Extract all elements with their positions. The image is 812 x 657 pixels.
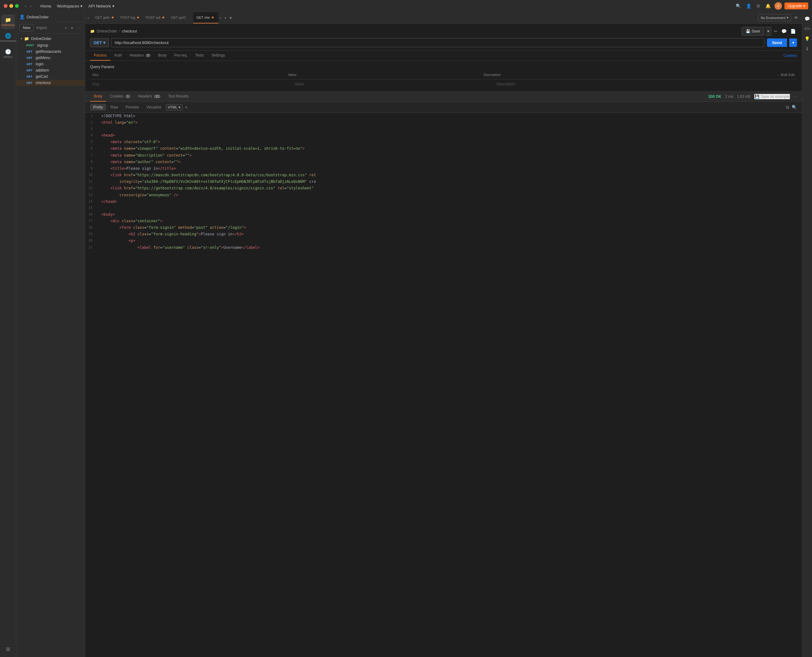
send-dropdown-btn[interactable]: ▾ bbox=[790, 39, 797, 47]
code-line: 21 <label for="username" class="sr-only"… bbox=[85, 244, 802, 251]
req-tab-params[interactable]: Params bbox=[90, 51, 111, 61]
format-lines-btn[interactable]: ≡ bbox=[184, 104, 189, 111]
response-area: Body Cookies 1 Headers 11 Test Results 2… bbox=[85, 91, 802, 657]
workspaces-nav[interactable]: Workspaces ▾ bbox=[55, 3, 85, 10]
req-tab-auth[interactable]: Auth bbox=[111, 51, 126, 61]
comment-icon-btn[interactable]: 💬 bbox=[780, 28, 788, 35]
sidebar-item-history[interactable]: 🕐 History bbox=[1, 46, 15, 61]
back-arrow[interactable]: ‹ bbox=[24, 3, 28, 9]
search-code-btn[interactable]: 🔍 bbox=[792, 105, 797, 110]
more-actions-btn[interactable]: ··· bbox=[76, 25, 82, 31]
line-content: <div class="container"> bbox=[96, 218, 802, 224]
code-line: 13 crossorigin="anonymous" /> bbox=[85, 192, 802, 198]
tab-checkout[interactable]: GET che bbox=[193, 12, 218, 23]
res-tab-body[interactable]: Body bbox=[90, 92, 106, 101]
line-number: 4 bbox=[85, 132, 96, 138]
right-send-icon-btn[interactable]: 💬 bbox=[803, 14, 812, 23]
tab-geth[interactable]: GET geth bbox=[92, 12, 117, 23]
avatar-button[interactable]: O bbox=[775, 2, 782, 10]
endpoint-getmenu[interactable]: GET getMenu bbox=[16, 55, 85, 61]
save-label: Save bbox=[752, 29, 760, 33]
pretty-label: Pretty bbox=[93, 105, 103, 109]
minimize-traffic-light[interactable] bbox=[9, 4, 13, 8]
req-tab-settings[interactable]: Settings bbox=[208, 51, 229, 61]
docs-icon-btn[interactable]: 📄 bbox=[789, 28, 797, 35]
req-tab-tests[interactable]: Tests bbox=[191, 51, 208, 61]
sidebar-item-environments[interactable]: 🌐 Environments bbox=[1, 30, 15, 45]
req-tab-headers[interactable]: Headers 7 bbox=[126, 51, 154, 61]
save-button[interactable]: 💾 Save bbox=[742, 27, 764, 36]
line-content: <h2 class="form-signin-heading">Please s… bbox=[96, 231, 802, 237]
endpoint-additem[interactable]: GET additem bbox=[16, 67, 85, 73]
api-network-nav[interactable]: API Network ▾ bbox=[86, 3, 117, 10]
endpoint-getrestaurants[interactable]: GET getRestaurants bbox=[16, 48, 85, 55]
settings-button[interactable]: ⚙ bbox=[755, 2, 762, 10]
tab-next-btn[interactable]: › bbox=[219, 14, 223, 22]
req-tab-body[interactable]: Body bbox=[154, 51, 170, 61]
invite-button[interactable]: 👤 bbox=[745, 2, 753, 10]
maximize-traffic-light[interactable] bbox=[15, 4, 19, 8]
right-info-icon-btn[interactable]: ℹ bbox=[804, 44, 810, 53]
import-button[interactable]: Import bbox=[36, 26, 47, 30]
sidebar-item-add[interactable]: ⊞ bbox=[1, 643, 15, 654]
tab-postlog[interactable]: POST log bbox=[117, 12, 142, 23]
edit-icon-btn[interactable]: ✏ bbox=[773, 28, 779, 35]
add-tab-btn[interactable]: + bbox=[223, 14, 228, 22]
sidebar-item-collections[interactable]: 📁 Collections bbox=[1, 14, 15, 29]
line-number: 5 bbox=[85, 139, 96, 145]
method-select[interactable]: GET ▾ bbox=[90, 38, 109, 47]
send-button[interactable]: Send bbox=[767, 39, 787, 47]
titlebar-right: 🔍 👤 ⚙ 🔔 O Upgrade ▾ bbox=[734, 2, 808, 10]
code-view-tab-preview[interactable]: Preview bbox=[122, 104, 142, 111]
res-tab-testresults[interactable]: Test Results bbox=[164, 92, 192, 101]
filter-btn[interactable]: ≡ bbox=[70, 25, 75, 31]
env-settings-btn[interactable]: 👁 bbox=[793, 14, 800, 22]
res-tab-cookies[interactable]: Cookies 1 bbox=[106, 92, 134, 101]
endpoint-signup[interactable]: POST signup bbox=[16, 42, 85, 48]
right-code-icon-btn[interactable]: </> bbox=[802, 24, 812, 33]
param-value-input[interactable] bbox=[292, 81, 494, 87]
res-tab-cookies-badge: 1 bbox=[125, 95, 130, 98]
endpoint-name-checkout: checkout bbox=[36, 81, 51, 85]
res-tab-headers[interactable]: Headers 11 bbox=[134, 92, 164, 101]
home-nav[interactable]: Home bbox=[38, 3, 54, 10]
endpoint-checkout[interactable]: GET checkout bbox=[16, 80, 85, 86]
history-icon: 🕐 bbox=[5, 49, 11, 55]
endpoint-name-signup: signup bbox=[37, 43, 48, 48]
collection-online-order[interactable]: ▾ 📁 OnlineOrder bbox=[16, 35, 85, 42]
code-view-tab-visualize[interactable]: Visualize bbox=[143, 104, 164, 111]
endpoint-name-login: login bbox=[36, 62, 44, 66]
upgrade-button[interactable]: Upgrade ▾ bbox=[784, 3, 808, 9]
endpoint-login[interactable]: GET login bbox=[16, 61, 85, 67]
url-input[interactable] bbox=[111, 38, 764, 47]
tab-postadi[interactable]: POST adi bbox=[143, 12, 168, 23]
code-view-tab-raw[interactable]: Raw bbox=[107, 104, 121, 111]
code-line: 15 bbox=[85, 205, 802, 211]
req-tab-prereq[interactable]: Pre-req. bbox=[170, 51, 191, 61]
tab-prev-btn[interactable]: ‹ bbox=[86, 14, 91, 22]
forward-arrow[interactable]: › bbox=[29, 3, 33, 9]
new-button[interactable]: New bbox=[19, 24, 34, 31]
res-more-btn[interactable]: ··· bbox=[794, 94, 797, 99]
endpoint-getcart[interactable]: GET getCart bbox=[16, 73, 85, 80]
bulk-edit-btn[interactable]: ··· Bulk Edit bbox=[774, 72, 797, 78]
param-key-input[interactable] bbox=[90, 81, 292, 87]
tab-getc[interactable]: GET getC bbox=[168, 12, 193, 23]
right-bulb-icon-btn[interactable]: 💡 bbox=[803, 34, 812, 43]
param-desc-input[interactable] bbox=[494, 81, 797, 87]
notifications-button[interactable]: 🔔 bbox=[764, 2, 772, 10]
code-view-tab-pretty[interactable]: Pretty bbox=[90, 104, 106, 111]
save-dropdown-btn[interactable]: ▾ bbox=[765, 27, 771, 36]
breadcrumb-icon: 📁 bbox=[90, 29, 95, 33]
format-selector[interactable]: HTML ▾ bbox=[166, 104, 183, 111]
search-button[interactable]: 🔍 bbox=[734, 2, 742, 10]
environments-label: Environments bbox=[0, 39, 17, 42]
tab-more-btn[interactable]: ▾ bbox=[228, 14, 233, 22]
add-collection-btn[interactable]: + bbox=[64, 25, 69, 31]
close-traffic-light[interactable] bbox=[4, 4, 8, 8]
copy-code-btn[interactable]: ⧉ bbox=[786, 105, 789, 110]
save-as-example-btn[interactable]: 💾 Save as example bbox=[754, 94, 790, 100]
cookies-link[interactable]: Cookies bbox=[784, 53, 797, 58]
line-number: 21 bbox=[85, 245, 96, 251]
environment-selector[interactable]: No Environment ▾ bbox=[758, 14, 791, 21]
